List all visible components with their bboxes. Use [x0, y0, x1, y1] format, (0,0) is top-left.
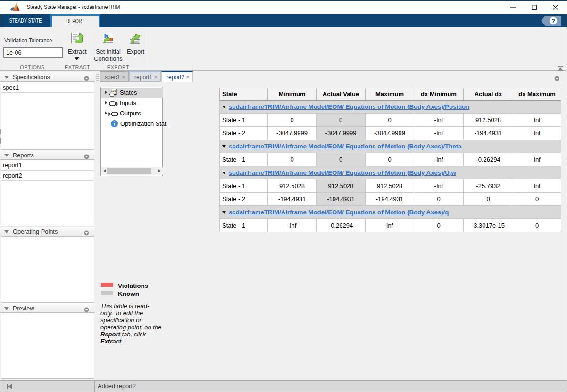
svg-text:?: ? [551, 17, 555, 24]
svg-text:101: 101 [111, 90, 117, 93]
